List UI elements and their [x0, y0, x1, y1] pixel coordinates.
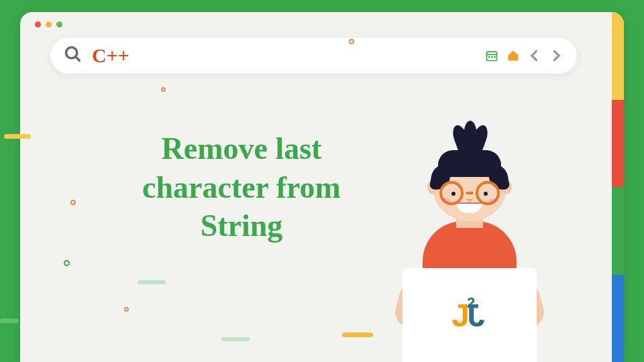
svg-rect-6 [494, 56, 496, 58]
chevron-left-icon[interactable] [527, 48, 542, 63]
character-illustration: J 2 J [382, 134, 543, 362]
svg-rect-5 [491, 56, 493, 58]
title-line-3: String [60, 206, 423, 245]
logo-part: J [451, 297, 467, 334]
side-color-stripes [612, 12, 624, 362]
browser-window: C++ Remove last character from String [20, 12, 624, 362]
decoration-circle-icon [124, 307, 129, 312]
svg-rect-2 [487, 52, 497, 60]
decoration-dash-icon [342, 333, 373, 337]
search-bar-actions [484, 48, 564, 63]
window-controls [35, 21, 62, 27]
svg-line-1 [76, 57, 80, 61]
laptop: J 2 J [402, 268, 537, 362]
decoration-circle-icon [70, 200, 76, 205]
character-head [433, 154, 506, 221]
character-hair-bun [454, 119, 486, 153]
search-bar[interactable]: C++ [50, 38, 577, 74]
decoration-dash-icon [221, 337, 250, 341]
character-mouth [457, 202, 482, 213]
search-icon [64, 45, 83, 66]
decoration-circle-icon [349, 39, 354, 44]
stripe-blue [612, 275, 624, 363]
logo-part: J [470, 297, 485, 334]
title-line-2: character from [60, 168, 423, 207]
decoration-dash-icon [4, 134, 31, 139]
calendar-icon[interactable] [484, 48, 499, 63]
decoration-dash-icon [0, 318, 19, 323]
character-eye [484, 192, 488, 196]
decoration-circle-icon [64, 260, 70, 266]
page-title: Remove last character from String [60, 129, 423, 245]
stripe-red [612, 100, 624, 188]
search-input[interactable]: C++ [92, 44, 484, 67]
character-eye [451, 192, 455, 196]
minimize-icon[interactable] [46, 21, 52, 27]
home-icon[interactable] [506, 48, 521, 63]
title-line-1: Remove last [60, 129, 423, 168]
character-cheek [442, 198, 450, 202]
close-icon[interactable] [35, 21, 41, 27]
logo: J 2 J [451, 297, 488, 334]
maximize-icon[interactable] [56, 21, 62, 27]
stripe-yellow [612, 12, 624, 100]
character-cheek [489, 198, 497, 202]
decoration-circle-icon [161, 87, 166, 92]
stripe-green [612, 187, 624, 275]
chevron-right-icon[interactable] [549, 48, 564, 63]
svg-rect-4 [488, 56, 490, 58]
decoration-dash-icon [138, 280, 166, 284]
